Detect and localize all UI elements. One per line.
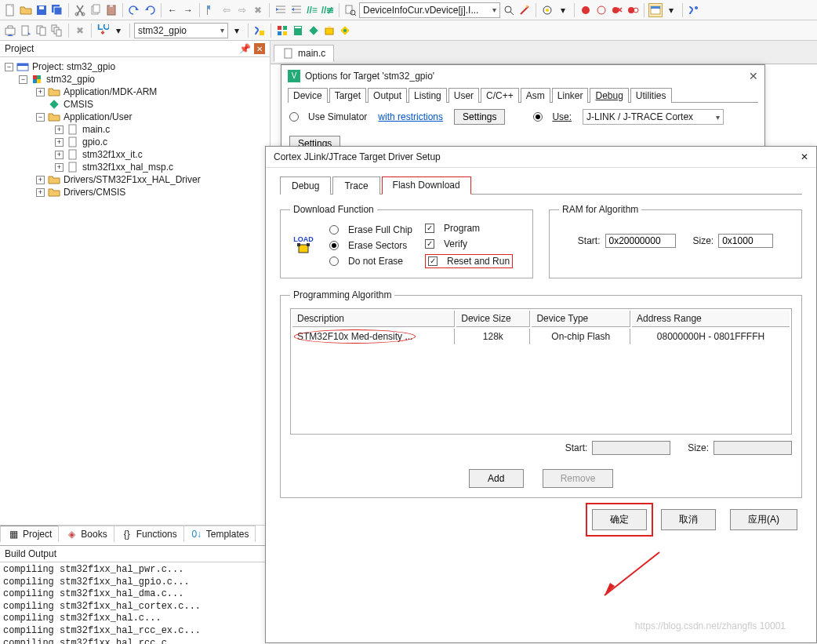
bookmark-prev-icon[interactable]: ⇦	[220, 3, 234, 17]
col-description[interactable]: Description	[292, 311, 455, 327]
col-devtype[interactable]: Device Type	[532, 311, 630, 327]
breakpoint-enable-icon[interactable]	[626, 3, 640, 17]
panel-tab-project[interactable]: ▦Project	[0, 526, 59, 542]
program-check[interactable]: Program	[425, 223, 513, 234]
tree-group-app-user[interactable]: − Application/User	[2, 111, 268, 123]
manage-components-icon[interactable]	[307, 24, 321, 38]
expander-icon[interactable]: +	[55, 138, 64, 147]
download-icon[interactable]: LOAD	[96, 24, 110, 38]
no-erase-radio[interactable]: Do not Erase	[329, 256, 412, 267]
bookmark-clear-icon[interactable]: ✖	[251, 3, 265, 17]
tree-file[interactable]: +main.c	[2, 123, 268, 136]
chevron-down-icon[interactable]: ▾	[664, 3, 678, 17]
tree-file[interactable]: +stm32f1xx_hal_msp.c	[2, 161, 268, 173]
new-file-icon[interactable]	[3, 3, 17, 17]
nav-fwd-icon[interactable]: →	[181, 3, 195, 17]
add-button[interactable]: Add	[469, 469, 524, 488]
comment-icon[interactable]: //≡	[305, 3, 319, 17]
nav-back-icon[interactable]: ←	[165, 3, 180, 17]
expander-icon[interactable]: −	[5, 63, 13, 71]
tree-group-app-mdk[interactable]: + Application/MDK-ARM	[2, 86, 268, 98]
cortex-tab-debug[interactable]: Debug	[280, 176, 331, 195]
expander-icon[interactable]: +	[55, 151, 64, 159]
batch-build-icon[interactable]	[50, 24, 64, 38]
build-target-icon[interactable]	[3, 24, 17, 38]
algorithm-table[interactable]: Description Device Size Device Type Addr…	[290, 308, 792, 435]
remove-button[interactable]: Remove	[543, 469, 614, 488]
copy-icon[interactable]	[89, 3, 103, 17]
options-tab-asm[interactable]: Asm	[521, 88, 550, 103]
apply-button[interactable]: 应用(A)	[730, 509, 797, 530]
erase-full-radio[interactable]: Erase Full Chip	[329, 224, 412, 235]
expander-icon[interactable]: −	[19, 75, 27, 84]
expander-icon[interactable]: +	[55, 126, 64, 134]
cut-icon[interactable]	[73, 3, 87, 17]
save-icon[interactable]	[34, 3, 49, 17]
tree-group-drivers-hal[interactable]: + Drivers/STM32F1xx_HAL_Driver	[2, 173, 268, 186]
chevron-down-icon[interactable]: ▾	[111, 24, 125, 38]
options-tab-user[interactable]: User	[448, 88, 479, 103]
options-tab-linker[interactable]: Linker	[552, 88, 589, 103]
bookmark-flag-icon[interactable]	[204, 3, 218, 17]
options-tab-target[interactable]: Target	[329, 88, 366, 103]
window-icon[interactable]	[648, 3, 663, 17]
cortex-tab-flash[interactable]: Flash Download	[382, 176, 471, 195]
close-icon[interactable]: ✕	[801, 151, 808, 162]
tree-root[interactable]: − Project: stm32_gpio	[2, 60, 268, 73]
wand-icon[interactable]	[517, 3, 532, 17]
chevron-down-icon[interactable]: ▾	[556, 3, 570, 17]
expander-icon[interactable]: +	[36, 176, 45, 184]
project-tree[interactable]: − Project: stm32_gpio − stm32_gpio + App…	[0, 57, 270, 525]
options-tab-device[interactable]: Device	[288, 88, 328, 103]
config-icon[interactable]	[687, 3, 701, 17]
debug-start-icon[interactable]	[540, 3, 554, 17]
use-simulator-radio[interactable]: Use Simulator	[289, 111, 367, 122]
close-icon[interactable]: ✕	[749, 70, 758, 82]
build-icon[interactable]	[19, 24, 33, 38]
ok-button[interactable]: 确定	[592, 509, 647, 530]
breakpoint-icon[interactable]	[579, 3, 593, 17]
restrictions-link[interactable]: with restrictions	[378, 111, 443, 122]
open-folder-icon[interactable]	[19, 3, 33, 17]
col-addr[interactable]: Address Range	[632, 311, 790, 327]
options-tab-listing[interactable]: Listing	[408, 88, 447, 103]
manage-books-icon[interactable]	[291, 24, 305, 38]
tree-group-cmsis[interactable]: CMSIS	[2, 98, 268, 111]
rebuild-icon[interactable]	[34, 24, 49, 38]
debugger-select[interactable]: J-LINK / J-TRACE Cortex	[583, 109, 724, 125]
panel-tab-functions[interactable]: {}Functions	[114, 526, 184, 542]
expander-icon[interactable]: +	[36, 188, 45, 197]
tree-target[interactable]: − stm32_gpio	[2, 73, 268, 86]
panel-pin-icon[interactable]: 📌	[239, 43, 251, 54]
breakpoint-kill-icon[interactable]	[610, 3, 624, 17]
paste-icon[interactable]	[104, 3, 118, 17]
uncomment-icon[interactable]: //≢	[321, 3, 335, 17]
save-all-icon[interactable]	[50, 3, 64, 17]
indent-icon[interactable]	[274, 3, 288, 17]
erase-sectors-radio[interactable]: Erase Sectors	[329, 240, 412, 251]
tree-group-drivers-cmsis[interactable]: + Drivers/CMSIS	[2, 186, 268, 198]
options-tab-cc[interactable]: C/C++	[481, 88, 519, 103]
manage-rte-icon[interactable]	[338, 24, 352, 38]
panel-close-button[interactable]: ✕	[254, 43, 265, 54]
breakpoint-disabled-icon[interactable]	[594, 3, 608, 17]
target-select[interactable]: stm32_gpio	[134, 23, 228, 38]
sim-settings-button[interactable]: Settings	[454, 109, 505, 125]
options-tab-utilities[interactable]: Utilities	[630, 88, 672, 103]
pack-installer-icon[interactable]	[322, 24, 336, 38]
ram-size-input[interactable]	[718, 234, 773, 248]
manage-project-icon[interactable]	[275, 24, 289, 38]
ram-start-input[interactable]	[605, 234, 676, 248]
cancel-button[interactable]: 取消	[661, 509, 716, 530]
expander-icon[interactable]: +	[55, 163, 64, 172]
tree-file[interactable]: +stm32f1xx_it.c	[2, 148, 268, 161]
panel-tab-books[interactable]: ◈Books	[58, 526, 114, 542]
outdent-icon[interactable]	[289, 3, 303, 17]
bookmark-next-icon[interactable]: ⇨	[235, 3, 249, 17]
panel-tab-templates[interactable]: 0↓Templates	[183, 526, 256, 542]
device-combo[interactable]: DeviceInfoCur.vDevice[j].I...	[359, 2, 500, 18]
options-tab-output[interactable]: Output	[368, 88, 407, 103]
table-row[interactable]: STM32F10x Med-density ... 128k On-chip F…	[292, 329, 790, 344]
cortex-tab-trace[interactable]: Trace	[332, 176, 379, 195]
col-devsize[interactable]: Device Size	[456, 311, 530, 327]
